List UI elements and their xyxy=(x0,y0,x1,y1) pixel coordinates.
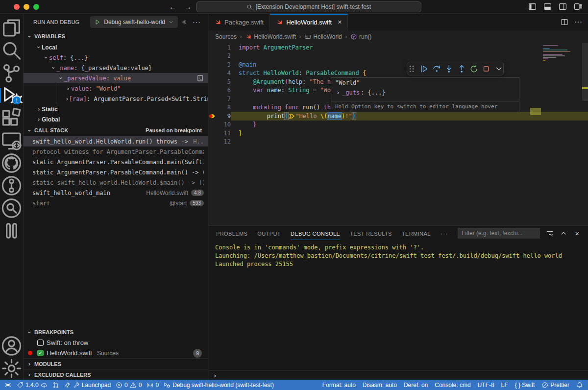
variable-row[interactable]: ›value: "World" xyxy=(24,83,208,94)
code-editor[interactable]: 1import ArgumentParser23@main4struct Hel… xyxy=(208,43,588,225)
gutter[interactable] xyxy=(208,112,217,121)
statusbar-remote-indicator[interactable]: >< xyxy=(5,382,12,389)
step-into-button[interactable] xyxy=(444,64,453,73)
statusbar-version-badge[interactable]: 1.4.0 xyxy=(17,382,48,389)
activity-source-control[interactable] xyxy=(0,62,23,84)
gutter[interactable] xyxy=(208,103,217,112)
code-line-4[interactable]: 4struct HelloWorld: ParsableCommand { xyxy=(208,69,588,78)
statusbar-problems-status[interactable]: 00 xyxy=(116,382,142,389)
continue-button[interactable] xyxy=(419,64,428,73)
stack-frame[interactable]: protocol witness for ArgumentParser.Pars… xyxy=(24,146,208,157)
maximize-window-button[interactable] xyxy=(33,4,39,10)
debug-console-input[interactable]: › xyxy=(208,370,588,380)
statusbar-launchpad[interactable]: Launchpad xyxy=(64,382,111,389)
stack-frame[interactable]: swift_hello_world_mainHelloWorld.swift4:… xyxy=(24,188,208,198)
back-icon[interactable]: ← xyxy=(169,2,176,11)
breadcrumb-item[interactable]: run() xyxy=(350,33,371,40)
activity-accounts[interactable] xyxy=(0,335,23,357)
panel-tab-debug-console[interactable]: DEBUG CONSOLE xyxy=(291,227,340,240)
close-panel-icon[interactable]: × xyxy=(573,229,581,237)
more-debug-actions-button[interactable] xyxy=(494,64,503,73)
breakpoint-row[interactable]: ✓HelloWorld.swiftSources9 xyxy=(24,348,208,358)
editor-more-icon[interactable]: ··· xyxy=(574,18,582,26)
layout-panel-icon[interactable] xyxy=(543,2,552,11)
code-line-3[interactable]: 3@main xyxy=(208,60,588,69)
breakpoint-checkbox[interactable] xyxy=(37,340,44,346)
hover-guts-row[interactable]: › _guts : {...} xyxy=(331,88,519,101)
layout-custom-icon[interactable] xyxy=(574,2,582,11)
variable-row[interactable]: ›Local xyxy=(24,42,208,52)
console-filter-input[interactable]: Filter (e.g. text, !exclu... xyxy=(458,228,540,239)
stack-frame[interactable]: start@start593 xyxy=(24,198,208,208)
editor-tab-helloworld-swift[interactable]: HelloWorld.swift× xyxy=(270,14,348,30)
breakpoint-checkbox[interactable]: ✓ xyxy=(37,350,44,356)
breadcrumb-item[interactable]: HelloWorld.swift xyxy=(245,33,296,40)
editor-scrollbar[interactable] xyxy=(582,43,588,225)
activity-settings[interactable] xyxy=(0,357,23,380)
variable-row[interactable]: ›self: {...} xyxy=(24,52,208,63)
gutter[interactable] xyxy=(208,121,217,129)
statusbar-source-control-status[interactable] xyxy=(52,382,59,389)
variable-row[interactable]: ›_parsedValue: value xyxy=(24,73,208,83)
stack-frame[interactable]: static swift_hello_world.HelloWorld.$mai… xyxy=(24,177,208,188)
statusbar-prettier[interactable]: Prettier xyxy=(541,382,569,389)
statusbar-notifications[interactable] xyxy=(576,382,583,389)
breadcrumb-item[interactable]: Sources xyxy=(215,33,237,40)
sidebar-more-icon[interactable]: ··· xyxy=(191,18,203,26)
activity-search[interactable] xyxy=(0,39,23,62)
gutter[interactable] xyxy=(208,86,217,95)
stop-button[interactable] xyxy=(482,64,490,73)
panel-tab-output[interactable]: OUTPUT xyxy=(257,227,281,240)
gutter[interactable] xyxy=(208,95,217,103)
variable-row[interactable]: ›Global xyxy=(24,114,208,124)
activity-github[interactable] xyxy=(0,152,23,174)
stack-frame[interactable]: swift_hello_world.HelloWorld.run() throw… xyxy=(24,136,208,146)
statusbar-encoding[interactable]: UTF-8 xyxy=(478,382,494,389)
panel-tab-problems[interactable]: PROBLEMS xyxy=(216,227,247,240)
activity-gitlens-inspect[interactable] xyxy=(0,197,23,219)
split-editor-icon[interactable] xyxy=(561,18,568,26)
statusbar-deref-mode[interactable]: Deref: on xyxy=(404,382,428,389)
activity-gitlens[interactable] xyxy=(0,174,23,197)
breakpoint-row[interactable]: Swift: on throw xyxy=(24,338,208,348)
breadcrumb-item[interactable]: HelloWorld xyxy=(304,33,342,40)
start-debug-icon[interactable] xyxy=(94,19,101,25)
statusbar-format-mode[interactable]: Format: auto xyxy=(322,382,356,389)
close-tab-icon[interactable]: × xyxy=(338,18,342,26)
minimize-window-button[interactable] xyxy=(24,4,29,10)
gutter[interactable] xyxy=(208,69,217,78)
gutter[interactable] xyxy=(208,138,217,146)
close-window-button[interactable] xyxy=(14,4,20,10)
code-line-1[interactable]: 1import ArgumentParser xyxy=(208,43,588,52)
gutter[interactable] xyxy=(208,52,217,61)
step-out-button[interactable] xyxy=(457,64,466,73)
filter-icon[interactable] xyxy=(546,229,554,237)
excluded-callers-header[interactable]: ›EXCLUDED CALLERS xyxy=(24,369,208,380)
code-line-11[interactable]: 11} xyxy=(208,129,588,138)
layout-sidebar-left-icon[interactable] xyxy=(528,2,537,11)
editor-tab-package-swift[interactable]: Package.swift xyxy=(208,14,270,30)
code-line-2[interactable]: 2 xyxy=(208,52,588,61)
gutter[interactable] xyxy=(208,60,217,69)
code-line-12[interactable]: 12 xyxy=(208,138,588,146)
statusbar-console-mode[interactable]: Console: cmd xyxy=(435,382,470,389)
minimap[interactable] xyxy=(543,45,581,61)
activity-remote-explorer[interactable] xyxy=(0,129,23,152)
drag-handle-button[interactable] xyxy=(407,64,416,73)
activity-run-and-debug[interactable]: 1 xyxy=(0,84,23,107)
layout-sidebar-right-icon[interactable] xyxy=(559,2,567,11)
statusbar-disasm-mode[interactable]: Disasm: auto xyxy=(363,382,397,389)
statusbar-debug-status[interactable]: Debug swift-hello-world (swift-test-fest… xyxy=(164,382,274,389)
debug-config-dropdown[interactable]: Debug swift-hello-world xyxy=(90,16,178,28)
variables-header[interactable]: › VARIABLES xyxy=(24,30,208,42)
code-line-10[interactable]: 10 } xyxy=(208,121,588,129)
activity-extensions[interactable] xyxy=(0,107,23,129)
gutter[interactable] xyxy=(208,77,217,86)
gutter[interactable] xyxy=(208,129,217,138)
variable-row[interactable]: ›Static xyxy=(24,104,208,114)
variable-row[interactable]: ›[raw]: ArgumentParser.Parsed<Swift.Stri… xyxy=(24,94,208,104)
call-stack-header[interactable]: › CALL STACK Paused on breakpoint xyxy=(24,124,208,136)
maximize-panel-icon[interactable] xyxy=(560,229,567,237)
stack-frame[interactable]: static ArgumentParser.ParsableCommand.ma… xyxy=(24,167,208,177)
view-binary-icon[interactable] xyxy=(196,74,204,82)
